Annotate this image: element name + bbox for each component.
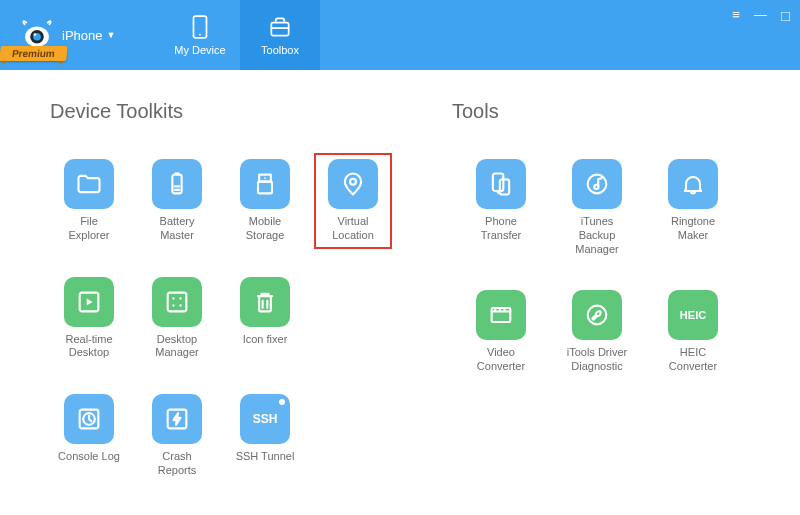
folder-icon xyxy=(64,159,114,209)
device-selector[interactable]: iPhone ▼ xyxy=(62,28,115,43)
tools-grid: Phone TransferiTunes Backup ManagerRingt… xyxy=(462,153,770,380)
tools-section: Tools Phone TransferiTunes Backup Manage… xyxy=(452,100,770,484)
tablet-icon xyxy=(187,14,213,40)
svg-rect-21 xyxy=(168,410,187,429)
tool-ringtone-maker[interactable]: Ringtone Maker xyxy=(654,153,732,262)
svg-rect-10 xyxy=(258,182,272,194)
tool-label: Mobile Storage xyxy=(232,215,298,243)
tool-label: Video Converter xyxy=(477,346,525,374)
tool-label: Phone Transfer xyxy=(468,215,534,243)
toolbox-icon xyxy=(267,14,293,40)
device-label-text: iPhone xyxy=(62,28,102,43)
svg-point-27 xyxy=(588,306,607,325)
wrench-icon xyxy=(572,290,622,340)
tool-file-explorer[interactable]: File Explorer xyxy=(50,153,128,249)
svg-point-3 xyxy=(34,33,37,36)
tool-label: Battery Master xyxy=(144,215,210,243)
tool-heic-converter[interactable]: HEICHEIC Converter xyxy=(654,284,732,380)
nav-toolbox-label: Toolbox xyxy=(261,44,299,56)
svg-point-17 xyxy=(172,304,174,306)
menu-icon[interactable]: ≡ xyxy=(732,8,740,21)
tool-desktop-manager[interactable]: Desktop Manager xyxy=(138,271,216,367)
tool-ssh-tunnel[interactable]: SSHSSH Tunnel xyxy=(226,388,304,484)
svg-point-25 xyxy=(594,185,598,189)
tool-label: Icon fixer xyxy=(243,333,288,347)
device-toolkits-section: Device Toolkits File ExplorerBattery Mas… xyxy=(50,100,392,484)
bell-icon xyxy=(668,159,718,209)
caret-down-icon: ▼ xyxy=(106,30,115,40)
tool-video-converter[interactable]: Video Converter xyxy=(462,284,540,380)
nav-my-device-label: My Device xyxy=(174,44,225,56)
tools-title: Tools xyxy=(452,100,770,123)
tool-label: File Explorer xyxy=(69,215,110,243)
tool-label: Desktop Manager xyxy=(155,333,198,361)
brand-area: iPhone ▼ Premium xyxy=(0,0,160,70)
svg-rect-6 xyxy=(271,23,288,36)
tool-label: Virtual Location xyxy=(320,215,386,243)
window-controls: ≡ — □ xyxy=(732,0,800,70)
svg-point-18 xyxy=(179,304,181,306)
tool-label: iTools Driver Diagnostic xyxy=(567,346,628,374)
tool-label: iTunes Backup Manager xyxy=(564,215,630,256)
tool-label: Crash Reports xyxy=(144,450,210,478)
svg-point-15 xyxy=(172,297,174,299)
grid-icon xyxy=(152,277,202,327)
play-icon xyxy=(64,277,114,327)
minimize-icon[interactable]: — xyxy=(754,8,767,21)
tool-console-log[interactable]: Console Log xyxy=(50,388,128,484)
tool-label: Console Log xyxy=(58,450,120,464)
tool-virtual-location[interactable]: Virtual Location xyxy=(314,153,392,249)
bolt-icon xyxy=(152,394,202,444)
nav-my-device[interactable]: My Device xyxy=(160,0,240,70)
svg-point-11 xyxy=(264,177,266,179)
tool-mobile-storage[interactable]: Mobile Storage xyxy=(226,153,304,249)
nav-toolbox[interactable]: Toolbox xyxy=(240,0,320,70)
tool-battery-master[interactable]: Battery Master xyxy=(138,153,216,249)
svg-point-5 xyxy=(199,34,201,36)
svg-rect-22 xyxy=(493,174,504,192)
transfer-icon xyxy=(476,159,526,209)
pin-icon xyxy=(328,159,378,209)
close-icon[interactable]: □ xyxy=(781,8,790,23)
tool-label: Ringtone Maker xyxy=(660,215,726,243)
video-icon xyxy=(476,290,526,340)
usb-icon xyxy=(240,159,290,209)
tool-label: Real-time Desktop xyxy=(65,333,112,361)
device-toolkits-grid: File ExplorerBattery MasterMobile Storag… xyxy=(50,153,392,484)
svg-rect-23 xyxy=(500,179,509,194)
svg-rect-14 xyxy=(168,292,187,311)
premium-badge: Premium xyxy=(0,46,68,61)
trash-icon xyxy=(240,277,290,327)
tool-realtime-desktop[interactable]: Real-time Desktop xyxy=(50,271,128,367)
tool-icon-fixer[interactable]: Icon fixer xyxy=(226,271,304,367)
main-nav: My Device Toolbox xyxy=(160,0,320,70)
clock-icon xyxy=(64,394,114,444)
tool-crash-reports[interactable]: Crash Reports xyxy=(138,388,216,484)
battery-icon xyxy=(152,159,202,209)
itunes-icon xyxy=(572,159,622,209)
tool-itools-driver[interactable]: iTools Driver Diagnostic xyxy=(558,284,636,380)
tool-itunes-backup[interactable]: iTunes Backup Manager xyxy=(558,153,636,262)
tool-label: SSH Tunnel xyxy=(236,450,295,464)
tool-phone-transfer[interactable]: Phone Transfer xyxy=(462,153,540,262)
svg-point-16 xyxy=(179,297,181,299)
device-toolkits-title: Device Toolkits xyxy=(50,100,392,123)
heic-icon: HEIC xyxy=(668,290,718,340)
content-area: Device Toolkits File ExplorerBattery Mas… xyxy=(0,70,800,484)
svg-rect-8 xyxy=(175,172,180,174)
svg-point-12 xyxy=(350,179,356,185)
tool-label: HEIC Converter xyxy=(660,346,726,374)
ssh-icon: SSH xyxy=(240,394,290,444)
topbar: iPhone ▼ Premium My Device Toolbox ≡ — □ xyxy=(0,0,800,70)
